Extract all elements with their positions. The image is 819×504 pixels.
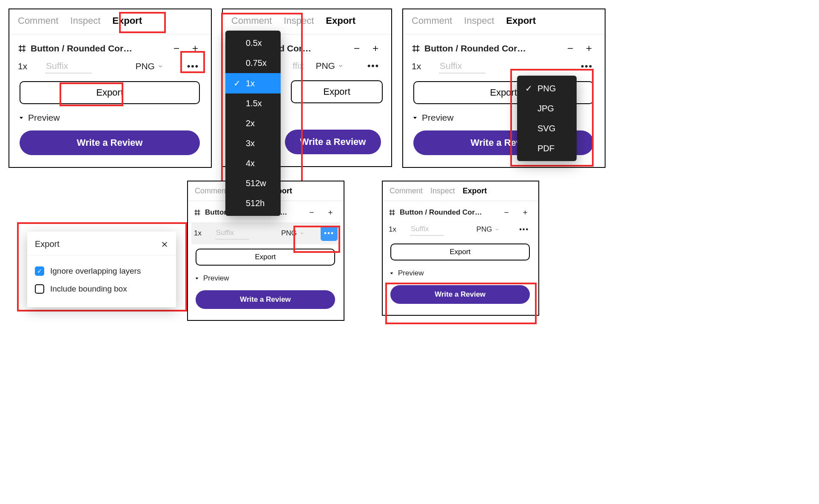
format-select[interactable]: PNG bbox=[476, 225, 500, 234]
write-review-button[interactable]: Write a Review bbox=[285, 130, 381, 154]
scale-option-label: 0.75x bbox=[246, 58, 267, 68]
more-options-button[interactable]: ••• bbox=[184, 59, 202, 73]
scale-value[interactable]: 1x bbox=[18, 61, 39, 71]
option-label: Ignore overlapping layers bbox=[50, 266, 141, 276]
add-export-button[interactable] bbox=[323, 205, 338, 220]
scale-option-4x[interactable]: 4x bbox=[225, 153, 281, 173]
scale-option-label: 1x bbox=[246, 79, 255, 88]
checkbox-checked-icon[interactable]: ✓ bbox=[35, 266, 44, 276]
check-icon: ✓ bbox=[233, 78, 241, 88]
scale-option-512w[interactable]: 512w bbox=[225, 173, 281, 193]
tab-comment[interactable]: Comment bbox=[231, 15, 272, 26]
scale-option-1x[interactable]: ✓1x bbox=[225, 73, 281, 93]
scale-option-1.5x[interactable]: 1.5x bbox=[225, 93, 281, 113]
popover-title: Export bbox=[35, 239, 60, 249]
export-panel-options-popover-container: Comment Inspect Export Button / Rounded … bbox=[9, 181, 344, 329]
export-button[interactable]: Export bbox=[196, 249, 335, 266]
export-button[interactable]: Export bbox=[20, 81, 200, 104]
tab-export[interactable]: Export bbox=[506, 15, 536, 26]
add-export-button[interactable] bbox=[368, 41, 383, 56]
svg-marker-36 bbox=[390, 272, 393, 274]
write-review-button[interactable]: Write a Review bbox=[20, 130, 200, 155]
scale-value[interactable]: 1x bbox=[389, 225, 404, 234]
tab-export[interactable]: Export bbox=[463, 187, 487, 195]
tab-inspect[interactable]: Inspect bbox=[284, 15, 314, 26]
tab-comment[interactable]: Comment bbox=[412, 15, 452, 26]
frame-icon bbox=[18, 44, 26, 53]
close-icon[interactable] bbox=[161, 241, 168, 248]
suffix-input[interactable] bbox=[410, 223, 444, 236]
preview-toggle[interactable]: Preview bbox=[194, 272, 338, 287]
frame-icon bbox=[194, 209, 201, 216]
layer-name: Button / Rounded Cor… bbox=[400, 208, 482, 217]
preview-toggle[interactable]: Preview bbox=[389, 267, 532, 282]
write-review-button[interactable]: Write a Review bbox=[196, 290, 335, 309]
svg-marker-26 bbox=[196, 277, 199, 279]
more-options-button[interactable]: ••• bbox=[516, 224, 532, 235]
chevron-down-icon bbox=[299, 231, 304, 236]
scale-option-0.75x[interactable]: 0.75x bbox=[225, 53, 281, 73]
format-option-png[interactable]: ✓PNG bbox=[517, 78, 577, 99]
tab-inspect[interactable]: Inspect bbox=[464, 15, 494, 26]
scale-option-512h[interactable]: 512h bbox=[225, 193, 281, 213]
frame-icon bbox=[389, 209, 395, 216]
tab-comment[interactable]: Comment bbox=[18, 15, 58, 26]
scale-dropdown[interactable]: 0.5x0.75x✓1x1.5x2x3x4x512w512h bbox=[225, 31, 281, 216]
scale-option-0.5x[interactable]: 0.5x bbox=[225, 33, 281, 53]
format-label: PNG bbox=[316, 61, 335, 71]
format-select[interactable]: PNG bbox=[281, 229, 304, 238]
export-button[interactable]: Export bbox=[291, 80, 383, 103]
scale-option-3x[interactable]: 3x bbox=[225, 133, 281, 153]
more-options-button[interactable]: ••• bbox=[364, 59, 383, 73]
export-options-popover: Export ✓ Ignore overlapping layers Inclu… bbox=[27, 232, 176, 307]
format-dropdown[interactable]: ✓PNGJPGSVGPDF bbox=[517, 76, 577, 161]
option-label: Include bounding box bbox=[50, 284, 127, 294]
remove-export-button[interactable] bbox=[499, 205, 514, 220]
tab-comment[interactable]: Comment bbox=[195, 187, 228, 195]
checkbox-unchecked-icon[interactable] bbox=[35, 284, 44, 294]
more-options-button-active[interactable]: ••• bbox=[321, 226, 338, 241]
preview-label: Preview bbox=[422, 113, 454, 123]
tab-export[interactable]: Export bbox=[112, 15, 142, 26]
tab-export[interactable]: Export bbox=[326, 15, 355, 26]
suffix-input[interactable] bbox=[215, 227, 249, 240]
option-ignore-overlapping[interactable]: ✓ Ignore overlapping layers bbox=[35, 262, 168, 280]
export-panel-base: Comment Inspect Export Button / Rounded … bbox=[9, 8, 212, 168]
svg-marker-18 bbox=[413, 117, 417, 119]
format-select[interactable]: PNG bbox=[316, 61, 344, 71]
format-option-label: PDF bbox=[537, 144, 555, 153]
scale-option-label: 4x bbox=[246, 159, 255, 168]
remove-export-button[interactable] bbox=[169, 41, 184, 56]
caret-down-icon bbox=[412, 115, 418, 120]
format-option-label: SVG bbox=[537, 124, 555, 133]
suffix-input[interactable] bbox=[45, 59, 92, 74]
scale-option-label: 512h bbox=[246, 198, 265, 208]
format-option-svg[interactable]: SVG bbox=[517, 119, 577, 139]
tab-inspect[interactable]: Inspect bbox=[70, 15, 100, 26]
check-icon: ✓ bbox=[525, 83, 532, 93]
remove-export-button[interactable] bbox=[304, 205, 319, 220]
add-export-button[interactable] bbox=[582, 41, 596, 56]
tab-comment[interactable]: Comment bbox=[390, 187, 423, 195]
tabs: Comment Inspect Export bbox=[9, 9, 211, 34]
add-export-button[interactable] bbox=[518, 205, 532, 220]
scale-value[interactable]: 1x bbox=[194, 229, 209, 238]
write-review-button[interactable]: Write a Review bbox=[390, 285, 530, 304]
chevron-down-icon bbox=[495, 227, 500, 232]
suffix-input[interactable] bbox=[439, 59, 486, 74]
remove-export-button[interactable] bbox=[563, 41, 577, 56]
format-select[interactable]: PNG bbox=[135, 61, 163, 71]
caret-down-icon bbox=[19, 115, 24, 120]
format-option-pdf[interactable]: PDF bbox=[517, 139, 577, 159]
format-option-jpg[interactable]: JPG bbox=[517, 99, 577, 119]
option-include-bounding-box[interactable]: Include bounding box bbox=[35, 280, 168, 298]
scale-option-2x[interactable]: 2x bbox=[225, 113, 281, 133]
format-option-label: JPG bbox=[537, 104, 554, 113]
export-button[interactable]: Export bbox=[390, 244, 530, 260]
add-export-button[interactable] bbox=[188, 41, 202, 56]
more-options-button[interactable]: ••• bbox=[577, 59, 596, 73]
remove-export-button[interactable] bbox=[350, 41, 364, 56]
scale-value[interactable]: 1x bbox=[412, 61, 433, 71]
tab-inspect[interactable]: Inspect bbox=[430, 187, 455, 195]
preview-toggle[interactable]: Preview bbox=[18, 111, 202, 127]
